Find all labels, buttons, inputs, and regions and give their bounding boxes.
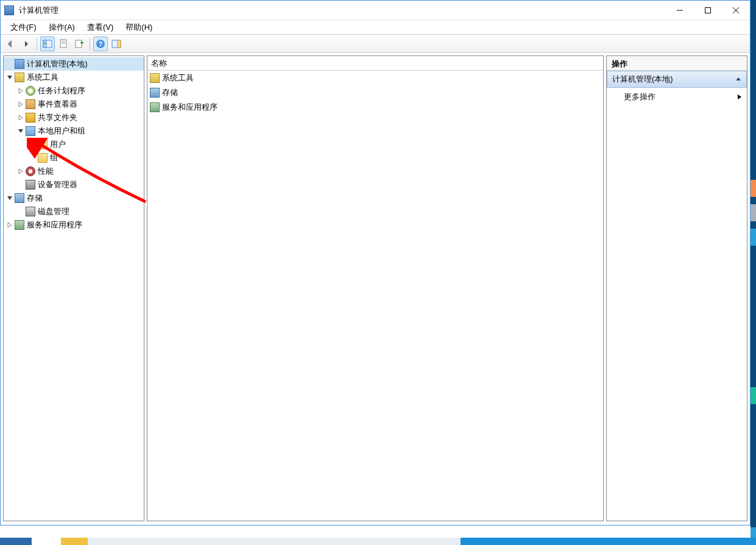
chevron-right-icon bbox=[737, 93, 742, 102]
menu-action[interactable]: 操作(A) bbox=[43, 21, 81, 34]
list-item-label: 服务和应用程序 bbox=[162, 102, 217, 113]
list-pane: 名称 系统工具 存储 服务和应用程序 bbox=[147, 55, 604, 521]
toolbar-separator bbox=[37, 38, 37, 50]
tools-icon bbox=[150, 73, 160, 83]
actions-more[interactable]: 更多操作 bbox=[607, 88, 747, 106]
tools-icon bbox=[15, 73, 24, 82]
tree-pane: 计算机管理(本地) 系统工具 任务计划程序 bbox=[3, 55, 144, 521]
sliver-tab bbox=[751, 229, 756, 246]
show-hide-action-button[interactable] bbox=[109, 37, 124, 51]
tree-local-users-groups[interactable]: 本地用户和组 bbox=[4, 124, 144, 138]
tree-users[interactable]: 用户 bbox=[4, 138, 144, 151]
tree-label: 磁盘管理 bbox=[38, 206, 69, 217]
properties-button[interactable] bbox=[56, 37, 71, 51]
list-column-name[interactable]: 名称 bbox=[147, 56, 603, 71]
services-icon bbox=[150, 102, 160, 112]
clock-icon bbox=[26, 86, 35, 96]
window-title: 计算机管理 bbox=[18, 5, 666, 16]
minimize-button[interactable] bbox=[666, 1, 694, 20]
titlebar: 计算机管理 bbox=[1, 1, 750, 20]
collapse-twisty-icon[interactable] bbox=[16, 88, 26, 94]
app-icon bbox=[4, 5, 14, 15]
export-button[interactable] bbox=[72, 37, 87, 51]
tree-device-manager[interactable]: 设备管理器 bbox=[4, 178, 144, 191]
tree-label: 设备管理器 bbox=[38, 179, 77, 190]
content-area: 计算机管理(本地) 系统工具 任务计划程序 bbox=[1, 53, 750, 525]
tree-label: 系统工具 bbox=[27, 72, 58, 83]
folder-icon bbox=[38, 153, 48, 163]
tree-label: 服务和应用程序 bbox=[27, 219, 82, 230]
collapse-twisty-icon[interactable] bbox=[16, 168, 26, 174]
tree-shared-folders[interactable]: 共享文件夹 bbox=[4, 111, 144, 124]
menubar: 文件(F) 操作(A) 查看(V) 帮助(H) bbox=[1, 20, 750, 35]
show-hide-tree-button[interactable] bbox=[40, 37, 55, 51]
tree-event-viewer[interactable]: 事件查看器 bbox=[4, 98, 144, 111]
disk-icon bbox=[26, 207, 35, 216]
menu-help[interactable]: 帮助(H) bbox=[119, 21, 158, 34]
sliver-tab bbox=[751, 180, 756, 197]
expand-twisty-icon[interactable] bbox=[5, 74, 15, 80]
back-button[interactable] bbox=[3, 37, 18, 51]
collapse-twisty-icon[interactable] bbox=[16, 115, 26, 121]
tree-services-apps[interactable]: 服务和应用程序 bbox=[4, 218, 144, 232]
storage-icon bbox=[150, 88, 160, 98]
tree-label: 任务计划程序 bbox=[38, 85, 85, 96]
forward-button[interactable] bbox=[19, 37, 34, 51]
tree-task-scheduler[interactable]: 任务计划程序 bbox=[4, 84, 144, 98]
tree-system-tools[interactable]: 系统工具 bbox=[4, 71, 144, 84]
list-item-label: 系统工具 bbox=[162, 73, 194, 84]
list-item-label: 存储 bbox=[162, 87, 178, 98]
actions-section-title: 计算机管理(本地) bbox=[612, 74, 673, 85]
tree-label: 事件查看器 bbox=[38, 99, 77, 110]
svg-rect-1 bbox=[705, 7, 711, 13]
expand-twisty-icon[interactable] bbox=[5, 195, 15, 201]
help-button[interactable]: ? bbox=[93, 37, 108, 51]
window-controls bbox=[666, 1, 750, 20]
menu-view[interactable]: 查看(V) bbox=[81, 21, 119, 34]
tree-storage[interactable]: 存储 bbox=[4, 191, 144, 205]
performance-icon bbox=[26, 166, 35, 176]
expand-twisty-icon[interactable] bbox=[16, 128, 26, 134]
toolbar-separator bbox=[90, 38, 90, 50]
nav-tree: 计算机管理(本地) 系统工具 任务计划程序 bbox=[4, 56, 144, 233]
maximize-button[interactable] bbox=[694, 1, 722, 20]
actions-section[interactable]: 计算机管理(本地) bbox=[607, 71, 747, 88]
share-icon bbox=[26, 113, 35, 123]
actions-pane: 操作 计算机管理(本地) 更多操作 bbox=[606, 55, 747, 521]
list-item[interactable]: 系统工具 bbox=[147, 71, 603, 85]
actions-header: 操作 bbox=[607, 56, 747, 71]
tree-root[interactable]: 计算机管理(本地) bbox=[4, 57, 144, 71]
svg-rect-13 bbox=[118, 40, 121, 48]
event-icon bbox=[26, 99, 35, 109]
app-window: 计算机管理 文件(F) 操作(A) 查看(V) 帮助(H) bbox=[0, 0, 751, 525]
tree-groups[interactable]: 组 bbox=[4, 151, 144, 165]
sliver-tab bbox=[751, 387, 756, 404]
collapse-up-icon bbox=[735, 75, 741, 84]
tree-label: 计算机管理(本地) bbox=[27, 59, 88, 69]
storage-icon bbox=[15, 193, 24, 203]
list-body: 系统工具 存储 服务和应用程序 bbox=[147, 71, 603, 521]
actions-more-label: 更多操作 bbox=[624, 91, 655, 102]
menu-file[interactable]: 文件(F) bbox=[4, 21, 43, 34]
sliver-tab bbox=[751, 204, 756, 221]
close-button[interactable] bbox=[722, 1, 750, 20]
list-item[interactable]: 存储 bbox=[147, 85, 603, 100]
collapse-twisty-icon[interactable] bbox=[16, 101, 26, 107]
users-icon bbox=[26, 126, 35, 136]
svg-text:?: ? bbox=[99, 40, 103, 48]
tree-label: 组 bbox=[50, 152, 58, 163]
list-item[interactable]: 服务和应用程序 bbox=[147, 100, 603, 115]
taskbar-sliver bbox=[0, 538, 756, 545]
tree-performance[interactable]: 性能 bbox=[4, 165, 144, 178]
collapse-twisty-icon[interactable] bbox=[5, 222, 15, 228]
device-icon bbox=[26, 180, 35, 190]
folder-icon bbox=[38, 140, 48, 149]
tree-label: 本地用户和组 bbox=[38, 126, 85, 137]
tree-label: 性能 bbox=[38, 166, 54, 177]
tree-label: 共享文件夹 bbox=[38, 112, 77, 123]
background-sidebar-sliver bbox=[751, 0, 756, 545]
tree-label: 存储 bbox=[27, 193, 43, 204]
tree-disk-management[interactable]: 磁盘管理 bbox=[4, 205, 144, 218]
svg-rect-9 bbox=[76, 40, 82, 48]
services-icon bbox=[15, 220, 24, 230]
